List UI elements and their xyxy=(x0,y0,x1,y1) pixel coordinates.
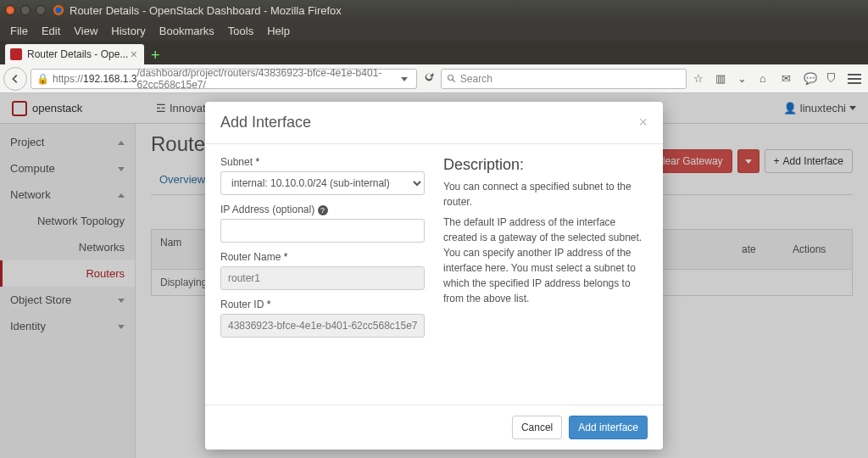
ip-address-input[interactable] xyxy=(220,219,425,243)
router-name-input xyxy=(220,266,425,290)
firefox-icon xyxy=(53,4,64,16)
lock-icon: 🔒 xyxy=(36,73,49,85)
window-controls xyxy=(5,5,46,15)
modal-overlay: Add Interface × Subnet * internal: 10.10… xyxy=(0,93,868,458)
menu-bookmarks[interactable]: Bookmarks xyxy=(153,25,221,37)
window-minimize-button[interactable] xyxy=(20,5,31,15)
chat-icon[interactable]: 💬 xyxy=(804,72,817,86)
menu-history[interactable]: History xyxy=(104,25,152,37)
send-icon[interactable]: ✉ xyxy=(782,72,795,86)
modal-title: Add Interface xyxy=(220,114,311,131)
hamburger-menu-icon[interactable] xyxy=(848,74,861,84)
menu-tools[interactable]: Tools xyxy=(221,25,260,37)
subnet-select[interactable]: internal: 10.10.0.0/24 (sub-internal) xyxy=(220,171,425,195)
search-bar[interactable]: Search xyxy=(441,69,687,89)
home-icon[interactable]: ⌂ xyxy=(760,72,773,86)
menu-help[interactable]: Help xyxy=(260,25,297,37)
modal-footer: Cancel Add interface xyxy=(205,405,663,450)
url-bar[interactable]: 🔒 https://192.168.1.3/dashboard/project/… xyxy=(31,69,417,89)
back-button[interactable] xyxy=(3,67,27,91)
modal-close-icon[interactable]: × xyxy=(638,114,648,131)
modal-description: Description: You can connect a specified… xyxy=(443,156,648,393)
modal-form: Subnet * internal: 10.10.0.0/24 (sub-int… xyxy=(220,156,425,393)
description-heading: Description: xyxy=(443,156,648,174)
window-close-button[interactable] xyxy=(5,5,15,15)
url-dropdown-icon[interactable] xyxy=(398,73,411,85)
library-icon[interactable]: ▥ xyxy=(715,72,729,86)
help-icon[interactable]: ? xyxy=(318,205,328,215)
toolbar-icons: ☆ ▥ ⌄ ⌂ ✉ 💬 ⛉ xyxy=(690,72,865,86)
bookmark-star-icon[interactable]: ☆ xyxy=(693,72,707,86)
tab-strip: Router Details - Ope... × + xyxy=(0,41,868,64)
router-id-input xyxy=(220,314,425,338)
svg-point-1 xyxy=(56,8,62,14)
search-icon xyxy=(447,74,457,84)
description-p1: You can connect a specified subnet to th… xyxy=(443,179,648,209)
tab-favicon xyxy=(10,48,22,60)
menu-view[interactable]: View xyxy=(67,25,104,37)
subnet-label: Subnet * xyxy=(220,156,425,168)
menu-file[interactable]: File xyxy=(3,25,35,37)
new-tab-button[interactable]: + xyxy=(144,47,167,64)
url-prefix: https:// xyxy=(53,73,83,85)
shield-icon[interactable]: ⛉ xyxy=(826,72,839,86)
description-p2: The default IP address of the interface … xyxy=(443,215,648,306)
tab-label: Router Details - Ope... xyxy=(27,48,129,60)
cancel-button[interactable]: Cancel xyxy=(512,416,562,439)
nav-toolbar: 🔒 https://192.168.1.3/dashboard/project/… xyxy=(0,64,868,93)
modal-header: Add Interface × xyxy=(205,102,663,144)
router-id-label: Router ID * xyxy=(220,299,425,310)
arrow-left-icon xyxy=(9,73,21,85)
page-viewport: openstack ☲ Innovation 👤 linuxtechi Proj… xyxy=(0,93,868,458)
search-placeholder: Search xyxy=(460,73,492,85)
reload-button[interactable] xyxy=(420,71,437,86)
add-interface-modal: Add Interface × Subnet * internal: 10.10… xyxy=(205,102,663,450)
window-title: Router Details - OpenStack Dashboard - M… xyxy=(70,4,342,17)
pocket-icon[interactable]: ⌄ xyxy=(737,72,751,86)
tab-close-icon[interactable]: × xyxy=(129,47,139,61)
ip-address-label: IP Address (optional) ? xyxy=(220,204,425,215)
window-maximize-button[interactable] xyxy=(36,5,46,15)
menu-edit[interactable]: Edit xyxy=(35,25,67,37)
url-path: /dashboard/project/routers/43836923-bfce… xyxy=(136,67,397,91)
browser-tab[interactable]: Router Details - Ope... × xyxy=(5,44,144,64)
svg-line-3 xyxy=(453,79,455,81)
url-host: 192.168.1.3 xyxy=(83,73,136,85)
submit-add-interface-button[interactable]: Add interface xyxy=(569,416,648,439)
reload-icon xyxy=(423,71,435,83)
router-name-label: Router Name * xyxy=(220,251,425,263)
firefox-menubar: File Edit View History Bookmarks Tools H… xyxy=(0,20,868,41)
svg-point-2 xyxy=(448,75,453,80)
window-titlebar: Router Details - OpenStack Dashboard - M… xyxy=(0,0,868,20)
